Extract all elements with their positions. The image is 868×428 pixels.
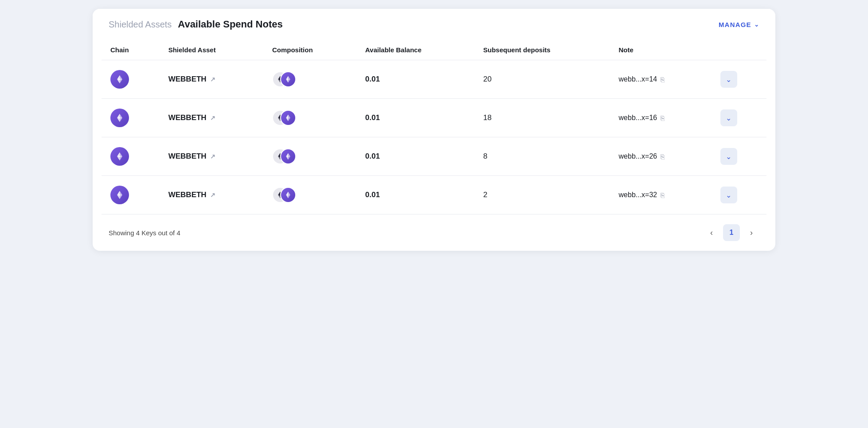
note-value-wrap: webb...x=16 ⎘ — [619, 114, 703, 122]
expand-row-button[interactable]: ⌄ — [720, 71, 737, 88]
composition-icons — [272, 71, 348, 88]
webb-eth-icon — [284, 75, 292, 83]
expand-row-button[interactable]: ⌄ — [720, 109, 737, 126]
chain-cell — [102, 176, 160, 214]
chain-cell — [102, 99, 160, 137]
chevron-down-icon: ⌄ — [726, 114, 731, 122]
balance-cell: 0.01 — [356, 176, 474, 214]
expand-row-button[interactable]: ⌄ — [720, 148, 737, 165]
col-composition: Composition — [263, 38, 356, 60]
note-text: webb...x=16 — [619, 114, 657, 122]
external-link-icon[interactable]: ↗ — [210, 114, 215, 121]
deposits-value: 2 — [483, 191, 487, 199]
copy-icon[interactable]: ⎘ — [661, 76, 665, 83]
expand-row-button[interactable]: ⌄ — [720, 187, 737, 203]
eth-diamond-icon — [115, 113, 125, 123]
main-card: Shielded Assets Available Spend Notes MA… — [93, 9, 775, 251]
balance-value: 0.01 — [365, 152, 380, 160]
expand-cell: ⌄ — [712, 60, 766, 99]
balance-cell: 0.01 — [356, 99, 474, 137]
col-note: Note — [610, 38, 712, 60]
note-text: webb...x=26 — [619, 152, 657, 160]
note-value-wrap: webb...x=14 ⎘ — [619, 75, 703, 83]
note-cell: webb...x=26 ⎘ — [610, 137, 712, 176]
table-row: WEBBETH ↗ — [102, 176, 766, 214]
prev-page-button[interactable]: ‹ — [704, 225, 719, 241]
composition-icons — [272, 187, 348, 203]
composition-cell — [263, 60, 356, 99]
note-text: webb...x=14 — [619, 75, 657, 83]
note-value-wrap: webb...x=32 ⎘ — [619, 191, 703, 199]
chain-icon — [110, 186, 129, 204]
asset-label: WEBBETH — [168, 113, 207, 122]
chevron-down-icon: ⌄ — [726, 191, 731, 199]
card-header: Shielded Assets Available Spend Notes MA… — [93, 9, 775, 38]
chain-icon — [110, 70, 129, 89]
deposits-cell: 2 — [474, 176, 610, 214]
asset-name-cell: WEBBETH ↗ — [160, 176, 263, 214]
showing-text: Showing 4 Keys out of 4 — [109, 229, 180, 237]
pagination: ‹ 1 › — [704, 224, 759, 241]
copy-icon[interactable]: ⎘ — [661, 153, 665, 160]
asset-name: WEBBETH ↗ — [168, 75, 254, 84]
table-row: WEBBETH ↗ — [102, 137, 766, 176]
comp-icon-wrap — [272, 71, 299, 88]
asset-name-cell: WEBBETH ↗ — [160, 137, 263, 176]
next-page-button[interactable]: › — [743, 225, 759, 241]
comp-webb-icon — [280, 110, 296, 126]
composition-icons — [272, 148, 348, 165]
table-footer: Showing 4 Keys out of 4 ‹ 1 › — [93, 214, 775, 251]
note-cell: webb...x=16 ⎘ — [610, 99, 712, 137]
deposits-value: 18 — [483, 113, 492, 122]
table-row: WEBBETH ↗ — [102, 60, 766, 99]
balance-value: 0.01 — [365, 113, 380, 122]
external-link-icon[interactable]: ↗ — [210, 191, 215, 198]
deposits-cell: 8 — [474, 137, 610, 176]
balance-value: 0.01 — [365, 75, 380, 83]
chain-icon — [110, 147, 129, 166]
breadcrumb: Shielded Assets — [109, 19, 172, 30]
external-link-icon[interactable]: ↗ — [210, 76, 215, 83]
note-text: webb...x=32 — [619, 191, 657, 199]
asset-name: WEBBETH ↗ — [168, 113, 254, 122]
chain-cell — [102, 60, 160, 99]
deposits-cell: 20 — [474, 60, 610, 99]
expand-cell: ⌄ — [712, 137, 766, 176]
note-cell: webb...x=32 ⎘ — [610, 176, 712, 214]
asset-name-cell: WEBBETH ↗ — [160, 60, 263, 99]
comp-icon-wrap — [272, 109, 299, 126]
col-subsequent-deposits: Subsequent deposits — [474, 38, 610, 60]
col-available-balance: Available Balance — [356, 38, 474, 60]
copy-icon[interactable]: ⎘ — [661, 191, 665, 199]
col-chain: Chain — [102, 38, 160, 60]
page-title: Available Spend Notes — [178, 19, 282, 30]
note-cell: webb...x=14 ⎘ — [610, 60, 712, 99]
composition-cell — [263, 137, 356, 176]
expand-cell: ⌄ — [712, 99, 766, 137]
comp-webb-icon — [280, 71, 296, 87]
eth-diamond-icon — [115, 74, 125, 84]
webb-eth-icon — [284, 152, 292, 160]
expand-cell: ⌄ — [712, 176, 766, 214]
comp-webb-icon — [280, 148, 296, 164]
asset-label: WEBBETH — [168, 75, 207, 84]
header-left: Shielded Assets Available Spend Notes — [109, 19, 283, 30]
webb-eth-icon — [284, 114, 292, 122]
asset-name: WEBBETH ↗ — [168, 152, 254, 161]
composition-cell — [263, 99, 356, 137]
chevron-down-icon: ⌄ — [726, 152, 731, 161]
comp-icon-wrap — [272, 187, 299, 203]
external-link-icon[interactable]: ↗ — [210, 153, 215, 160]
current-page: 1 — [723, 224, 740, 241]
balance-cell: 0.01 — [356, 137, 474, 176]
table-row: WEBBETH ↗ — [102, 99, 766, 137]
chain-cell — [102, 137, 160, 176]
balance-cell: 0.01 — [356, 60, 474, 99]
table-container: Chain Shielded Asset Composition Availab… — [93, 38, 775, 214]
copy-icon[interactable]: ⎘ — [661, 114, 665, 122]
col-expand — [712, 38, 766, 60]
eth-diamond-icon — [115, 190, 125, 200]
manage-button[interactable]: MANAGE ⌄ — [719, 21, 759, 28]
chain-icon — [110, 109, 129, 127]
asset-name: WEBBETH ↗ — [168, 191, 254, 199]
